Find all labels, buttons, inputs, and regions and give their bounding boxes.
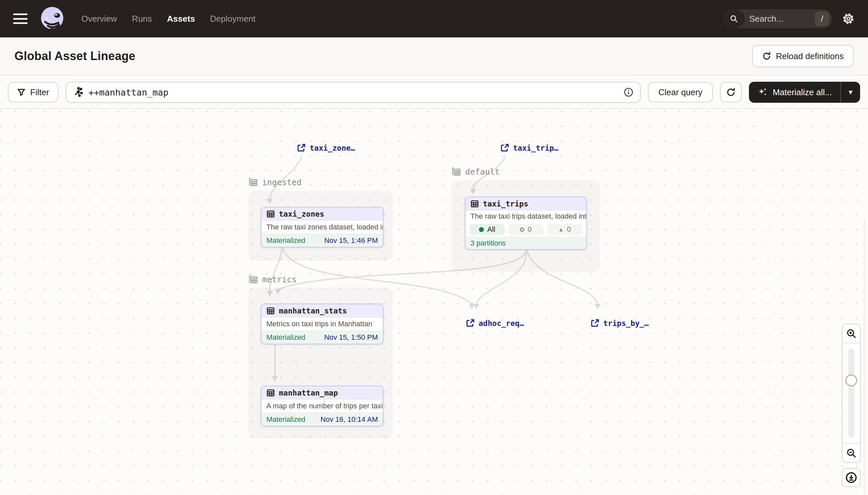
asset-selection-input[interactable] (89, 87, 618, 98)
top-nav: Overview Runs Assets Deployment / (0, 0, 868, 37)
refresh-icon (726, 87, 736, 97)
asset-description: A map of the number of trips per taxi z.… (262, 399, 383, 413)
materialize-dropdown-caret[interactable]: ▼ (841, 82, 860, 103)
external-asset-label: adhoc_req… (479, 319, 524, 328)
materialize-all-button[interactable]: Materialize all... ▼ (749, 82, 860, 103)
clear-query-label: Clear query (658, 87, 702, 98)
zoom-control-panel (842, 324, 861, 463)
sparkle-icon (758, 87, 767, 97)
asset-materialized-time[interactable]: Nov 15, 1:46 PM (324, 236, 378, 245)
nav-item-overview[interactable]: Overview (81, 14, 117, 24)
group-label-default[interactable]: default (451, 167, 500, 176)
asset-node-taxi-zones[interactable]: taxi_zones The raw taxi zones dataset, l… (261, 207, 384, 248)
group-table-icon (248, 274, 258, 284)
scrollbar-gutter[interactable] (864, 219, 868, 495)
partition-status-row: All 0 ▲ 0 (465, 222, 586, 237)
asset-status: Materialized (266, 236, 305, 245)
asset-description: Metrics on taxi trips in Manhattan (262, 318, 383, 330)
clear-query-button[interactable]: Clear query (648, 82, 713, 102)
external-link-icon (590, 319, 599, 328)
partition-pill-missing[interactable]: 0 (508, 224, 544, 235)
download-graph-button[interactable] (842, 468, 861, 487)
asset-node-manhattan-stats[interactable]: manhattan_stats Metrics on taxi trips in… (261, 304, 384, 344)
external-asset-link-trips-by[interactable]: trips_by_… (590, 319, 649, 328)
filter-button[interactable]: Filter (8, 82, 58, 102)
search-shortcut-badge: / (815, 12, 829, 26)
menu-icon[interactable] (13, 14, 28, 24)
group-label-text: default (465, 167, 500, 176)
external-link-icon (500, 143, 509, 152)
table-icon (266, 307, 275, 315)
graph-selection-icon (73, 87, 83, 98)
external-asset-link-adhoc-req[interactable]: adhoc_req… (466, 319, 524, 328)
ring-icon (520, 227, 524, 232)
external-asset-label: taxi_trip… (513, 144, 558, 152)
lineage-toolbar: Filter Clear query (0, 76, 868, 109)
asset-title: taxi_zones (279, 210, 324, 218)
filter-funnel-icon (17, 88, 25, 97)
asset-node-taxi-trips[interactable]: taxi_trips The raw taxi trips dataset, l… (465, 197, 587, 250)
group-table-icon (451, 167, 461, 176)
reload-icon (762, 52, 771, 61)
asset-status: Materialized (266, 333, 305, 342)
table-icon (266, 389, 275, 397)
lineage-edges (0, 109, 868, 495)
nav-item-assets[interactable]: Assets (167, 14, 195, 24)
zoom-slider-thumb[interactable] (845, 375, 857, 386)
group-label-metrics[interactable]: metrics (248, 274, 297, 284)
asset-description: The raw taxi trips dataset, loaded into … (465, 210, 586, 222)
partition-pill-label: 0 (528, 225, 531, 234)
nav-items: Overview Runs Assets Deployment (81, 14, 255, 24)
asset-selection-input-box[interactable] (66, 82, 641, 103)
group-label-text: ingested (262, 177, 301, 187)
search-box[interactable]: / (723, 9, 832, 28)
search-icon (723, 9, 745, 28)
zoom-out-button[interactable] (843, 443, 860, 462)
group-label-ingested[interactable]: ingested (248, 177, 301, 187)
page-header: Global Asset Lineage Reload definitions (0, 37, 868, 75)
asset-materialized-time[interactable]: Nov 15, 1:50 PM (324, 333, 378, 342)
nav-item-deployment[interactable]: Deployment (210, 14, 255, 24)
asset-description: The raw taxi zones dataset, loaded int..… (262, 221, 383, 234)
asset-partitions-count[interactable]: 3 partitions (471, 239, 506, 248)
external-asset-link-taxi-trip[interactable]: taxi_trip… (500, 143, 558, 152)
zoom-slider-track[interactable] (848, 348, 854, 438)
asset-node-manhattan-map[interactable]: manhattan_map A map of the number of tri… (261, 386, 384, 426)
triangle-icon: ▲ (558, 227, 564, 233)
external-asset-label: taxi_zone… (310, 144, 355, 152)
reload-definitions-button[interactable]: Reload definitions (752, 45, 854, 67)
asset-materialized-time[interactable]: Nov 16, 10:14 AM (320, 415, 378, 424)
zoom-slider[interactable] (843, 343, 860, 443)
partition-pill-label: 0 (567, 225, 571, 234)
external-link-icon (297, 143, 306, 152)
search-input[interactable] (749, 14, 815, 24)
partition-pill-failed[interactable]: ▲ 0 (547, 224, 582, 235)
external-asset-link-taxi-zone[interactable]: taxi_zone… (297, 143, 355, 152)
asset-title: manhattan_stats (279, 307, 347, 315)
external-link-icon (466, 319, 475, 328)
group-label-text: metrics (262, 275, 297, 284)
dagster-logo-icon[interactable] (40, 6, 65, 31)
group-table-icon (248, 177, 258, 187)
zoom-in-button[interactable] (843, 324, 860, 343)
refresh-graph-button[interactable] (720, 82, 742, 102)
asset-title: taxi_trips (483, 200, 528, 208)
zoom-out-icon (846, 447, 857, 459)
asset-title: manhattan_map (279, 389, 338, 397)
table-icon (471, 200, 479, 208)
partition-pill-all[interactable]: All (470, 224, 505, 235)
reload-definitions-label: Reload definitions (776, 51, 844, 62)
lineage-canvas[interactable]: ingested default metrics taxi_zone… taxi… (0, 109, 868, 495)
table-icon (266, 210, 275, 218)
external-asset-label: trips_by_… (603, 319, 649, 328)
materialize-all-label: Materialize all... (773, 87, 832, 98)
nav-item-runs[interactable]: Runs (132, 14, 152, 24)
settings-gear-icon[interactable] (842, 12, 855, 25)
asset-status: Materialized (266, 415, 305, 424)
partition-pill-label: All (487, 225, 495, 234)
query-info-icon[interactable] (624, 87, 634, 97)
download-icon (845, 471, 857, 484)
filter-label: Filter (30, 87, 49, 98)
green-dot-icon (479, 227, 484, 232)
zoom-in-icon (846, 328, 857, 339)
